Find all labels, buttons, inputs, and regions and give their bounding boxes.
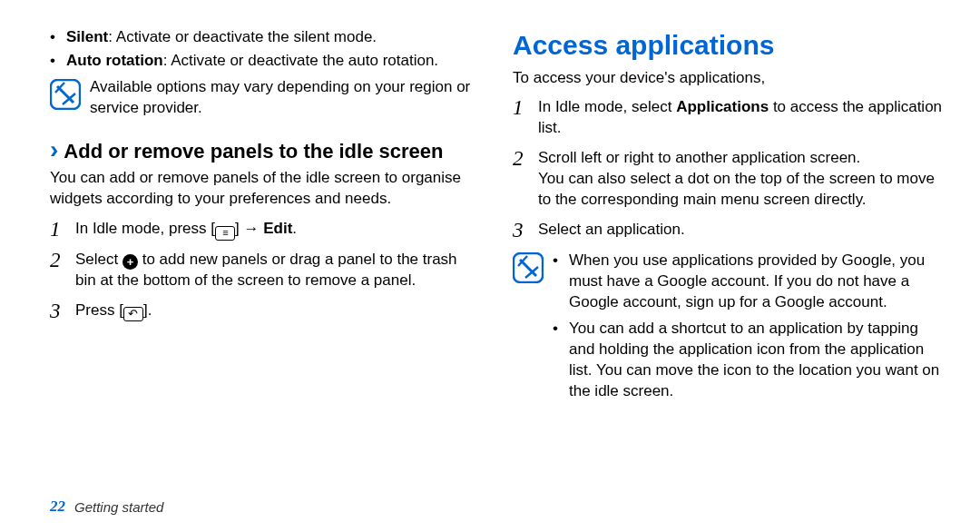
note-text: Available options may vary depending on … [90,77,481,119]
section-title: Add or remove panels to the idle screen [64,138,443,165]
step-number: 3 [50,300,75,322]
bullet-dot: • [553,319,569,402]
plus-circle-icon: + [122,254,138,270]
step-text-pre: In Idle mode, select [538,98,676,115]
step-2: 2 Scroll left or right to another applic… [513,148,944,211]
bullet-silent: • Silent: Activate or deactivate the sil… [50,27,481,48]
step-number: 3 [513,220,538,241]
step-number: 2 [513,148,538,211]
note-bullet-2: • You can add a shortcut to an applicati… [553,319,944,402]
heading-intro: To access your device's applications, [513,68,944,89]
bullet-dot: • [50,51,66,72]
step-text-line1: Scroll left or right to another applicat… [538,148,944,169]
bullet-dot: • [553,251,569,313]
step-text-pre: Press [ [75,301,123,319]
step-number: 2 [50,250,75,291]
bullet-rest: : Activate or deactivate the auto rotati… [163,52,438,69]
step-text-post: . [292,220,297,237]
step-1: 1 In Idle mode, select Applications to a… [513,97,944,139]
step-text-bold: Edit [263,220,292,237]
page-footer: 22 Getting started [50,498,163,516]
note-icon [50,79,81,110]
step-text-pre: Select [75,251,122,268]
footer-section: Getting started [74,499,163,515]
step-text-pre: In Idle mode, press [ [75,220,215,237]
page-number: 22 [50,498,65,516]
step-number: 1 [50,219,75,241]
step-text-line2: You can also select a dot on the top of … [538,169,944,211]
bullet-bold: Auto rotation [66,52,163,69]
step-3: 3 Press [↶]. [50,300,481,322]
menu-icon: ≡ [215,226,235,241]
right-column: Access applications To access your devic… [513,27,944,420]
left-column: • Silent: Activate or deactivate the sil… [50,27,481,420]
step-2: 2 Select + to add new panels or drag a p… [50,250,481,291]
bullet-rest: : Activate or deactivate the silent mode… [108,28,377,45]
note-text: You can add a shortcut to an application… [569,319,944,402]
section-header-panels: › Add or remove panels to the idle scree… [50,137,481,165]
note-text: When you use applications provided by Go… [569,251,944,313]
step-text-bold: Applications [676,98,769,115]
bullet-bold: Silent [66,28,108,45]
note-region-provider: Available options may vary depending on … [50,77,481,119]
note-bullet-1: • When you use applications provided by … [553,251,944,313]
note-google-account: • When you use applications provided by … [513,251,944,408]
chevron-icon: › [50,137,58,163]
back-icon: ↶ [123,307,143,321]
section-intro: You can add or remove panels of the idle… [50,168,481,210]
step-text-post: ]. [143,301,152,319]
bullet-autorotation: • Auto rotation: Activate or deactivate … [50,51,481,72]
step-text: Select an application. [538,220,944,241]
step-number: 1 [513,97,538,139]
step-text-mid: ] → [235,220,263,237]
bullet-dot: • [50,27,66,48]
step-3: 3 Select an application. [513,220,944,241]
step-1: 1 In Idle mode, press [≡] → Edit. [50,219,481,241]
note-icon [513,252,544,283]
heading-access-applications: Access applications [513,27,944,64]
